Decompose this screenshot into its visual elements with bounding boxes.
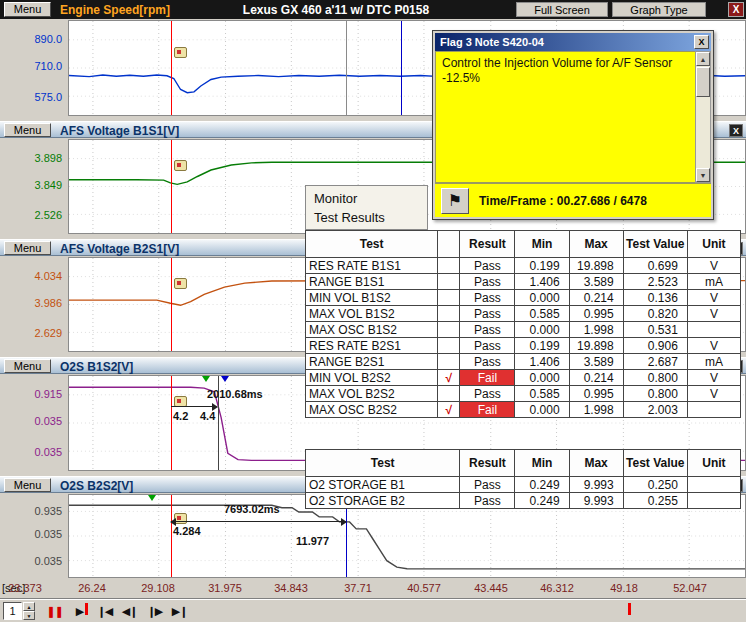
skip-end-button[interactable]: ▶❙ bbox=[167, 601, 192, 621]
time-tick-label: 46.312 bbox=[527, 582, 587, 594]
dialog-title: Flag 3 Note S420-04 bbox=[440, 36, 544, 48]
menu-button-o2s-b1s2[interactable]: Menu bbox=[4, 359, 51, 373]
panel-title-o2s-b1s2: O2S B1S2[V] bbox=[60, 360, 133, 374]
spin-down-icon[interactable]: ▼ bbox=[23, 611, 35, 620]
note-scrollbar[interactable]: ▲ ▼ bbox=[695, 51, 711, 183]
spin-up-icon[interactable]: ▲ bbox=[23, 602, 35, 611]
cell-check bbox=[438, 290, 460, 306]
graph-type-button[interactable]: Graph Type bbox=[612, 2, 706, 17]
time-tick-label: 26.24 bbox=[62, 582, 122, 594]
dialog-close-button[interactable]: X bbox=[694, 35, 709, 49]
monitor-label-box: Monitor Test Results bbox=[305, 185, 428, 230]
red-cursor-line[interactable] bbox=[171, 140, 172, 233]
cell-max: 1.998 bbox=[569, 322, 623, 338]
test-result-row[interactable]: MIN VOL B1S2Pass0.0000.2140.136V bbox=[306, 290, 741, 306]
play-button[interactable]: ▶ bbox=[67, 601, 92, 621]
test-result-row[interactable]: MAX OSC B1S2Pass0.0001.9980.531 bbox=[306, 322, 741, 338]
flag-note-dialog: Flag 3 Note S420-04 X Control the Inject… bbox=[432, 30, 714, 220]
cell-check bbox=[438, 258, 460, 274]
cell-test: O2 STORAGE B2 bbox=[306, 493, 460, 509]
menu-button-o2s-b2s2[interactable]: Menu bbox=[4, 478, 51, 492]
cell-test-value: 0.800 bbox=[623, 370, 687, 386]
panel-title-afs-b2s1: AFS Voltage B2S1[V] bbox=[60, 242, 179, 256]
y-axis-label: 0.035 bbox=[34, 446, 62, 458]
step-forward-button[interactable]: ❙▶ bbox=[142, 601, 167, 621]
duration-annotation: 7693.02ms bbox=[224, 503, 280, 515]
cell-result: Pass bbox=[460, 258, 515, 274]
y-axis-label: 2.526 bbox=[34, 209, 62, 221]
diagnostic-app: Menu Engine Speed[rpm] Lexus GX 460 a'11… bbox=[0, 0, 746, 622]
red-cursor-line[interactable] bbox=[171, 376, 172, 470]
cell-min: 0.249 bbox=[515, 493, 569, 509]
y-axis-label: 0.035 bbox=[34, 528, 62, 540]
skip-start-button[interactable]: ❙◀ bbox=[92, 601, 117, 621]
cell-test: MIN VOL B2S2 bbox=[306, 370, 438, 386]
y-axis-label: 3.849 bbox=[34, 179, 62, 191]
cell-unit: V bbox=[687, 290, 740, 306]
full-screen-button[interactable]: Full Screen bbox=[516, 2, 608, 17]
test-result-row[interactable]: RES RATE B1S1Pass0.19919.8980.699V bbox=[306, 258, 741, 274]
col-test-value: Test Value bbox=[623, 450, 687, 477]
cell-test-value: 0.136 bbox=[623, 290, 687, 306]
menu-button-afs-b1s1[interactable]: Menu bbox=[4, 123, 51, 137]
cell-result: Fail bbox=[460, 370, 515, 386]
cell-test: RANGE B1S1 bbox=[306, 274, 438, 290]
flag-marker-icon[interactable] bbox=[174, 160, 187, 171]
cell-unit bbox=[687, 402, 740, 418]
red-cursor-line[interactable] bbox=[171, 258, 172, 351]
red-cursor-line[interactable] bbox=[171, 21, 172, 115]
blue-cursor-line[interactable] bbox=[401, 21, 402, 115]
cell-test: MAX OSC B2S2 bbox=[306, 402, 438, 418]
cell-max: 0.214 bbox=[569, 290, 623, 306]
test-result-row[interactable]: MIN VOL B2S2√Fail0.0000.2140.800V bbox=[306, 370, 741, 386]
dialog-titlebar[interactable]: Flag 3 Note S420-04 X bbox=[435, 33, 711, 51]
cell-max: 19.898 bbox=[569, 338, 623, 354]
cell-test-value: 0.699 bbox=[623, 258, 687, 274]
test-result-row[interactable]: RANGE B2S1Pass1.4063.5892.687mA bbox=[306, 354, 741, 370]
cursor-value-right: 11.977 bbox=[296, 535, 329, 547]
flag-marker-icon[interactable] bbox=[174, 47, 187, 58]
cell-min: 0.000 bbox=[515, 402, 569, 418]
cell-result: Pass bbox=[460, 306, 515, 322]
blue-marker-icon bbox=[221, 376, 229, 382]
note-text: Control the Injection Volume for A/F Sen… bbox=[436, 52, 696, 90]
test-result-row[interactable]: O2 STORAGE B1Pass0.2499.9930.250 bbox=[306, 477, 741, 493]
step-back-button[interactable]: ◀❙ bbox=[117, 601, 142, 621]
cell-test-value: 2.523 bbox=[623, 274, 687, 290]
col-result: Result bbox=[460, 450, 515, 477]
scroll-down-icon[interactable]: ▼ bbox=[696, 168, 710, 182]
playback-bar: 1 ▲▼ ❚❚▶❙◀◀❙❙▶▶❙ bbox=[0, 598, 746, 622]
timeline-flag-marker[interactable] bbox=[85, 603, 88, 615]
menu-button-main[interactable]: Menu bbox=[4, 2, 51, 17]
test-result-row[interactable]: MAX VOL B2S2Pass0.5850.9950.800V bbox=[306, 386, 741, 402]
cell-max: 9.993 bbox=[569, 477, 623, 493]
scroll-up-icon[interactable]: ▲ bbox=[696, 52, 710, 66]
close-icon[interactable]: X bbox=[728, 2, 744, 17]
cell-min: 0.199 bbox=[515, 338, 569, 354]
time-axis: [sec] 23.37326.2429.10831.97534.84337.71… bbox=[0, 578, 746, 598]
test-result-row[interactable]: RANGE B1S1Pass1.4063.5892.523mA bbox=[306, 274, 741, 290]
cell-result: Pass bbox=[460, 290, 515, 306]
test-result-row[interactable]: MAX VOL B1S2Pass0.5850.9950.820V bbox=[306, 306, 741, 322]
cell-unit: V bbox=[687, 306, 740, 322]
panel-close-icon[interactable]: X bbox=[729, 124, 743, 137]
cell-min: 1.406 bbox=[515, 354, 569, 370]
test-result-row[interactable]: RES RATE B2S1Pass0.19919.8980.906V bbox=[306, 338, 741, 354]
o2-storage-table: Test Result Min Max Test Value Unit O2 S… bbox=[305, 449, 741, 509]
test-result-row[interactable]: O2 STORAGE B2Pass0.2499.9930.255 bbox=[306, 493, 741, 509]
marker-line bbox=[346, 21, 347, 115]
red-cursor-line[interactable] bbox=[171, 495, 172, 577]
cell-max: 0.214 bbox=[569, 370, 623, 386]
scrollbar-thumb[interactable] bbox=[696, 67, 710, 97]
y-axis-engine-speed: 890.0710.0575.0 bbox=[0, 20, 68, 116]
menu-button-afs-b2s1[interactable]: Menu bbox=[4, 241, 51, 255]
arrow-right-icon bbox=[341, 518, 347, 526]
frame-stepper[interactable]: 1 ▲▼ bbox=[3, 602, 35, 620]
pause-button[interactable]: ❚❚ bbox=[42, 601, 67, 621]
test-result-row[interactable]: MAX OSC B2S2√Fail0.0001.9982.003 bbox=[306, 402, 741, 418]
timeline-flag-marker[interactable] bbox=[628, 603, 631, 615]
green-marker-icon bbox=[148, 495, 156, 501]
time-tick-label: 29.108 bbox=[128, 582, 188, 594]
flag-icon[interactable]: ⚑ bbox=[441, 188, 469, 214]
flag-marker-icon[interactable] bbox=[174, 278, 187, 289]
